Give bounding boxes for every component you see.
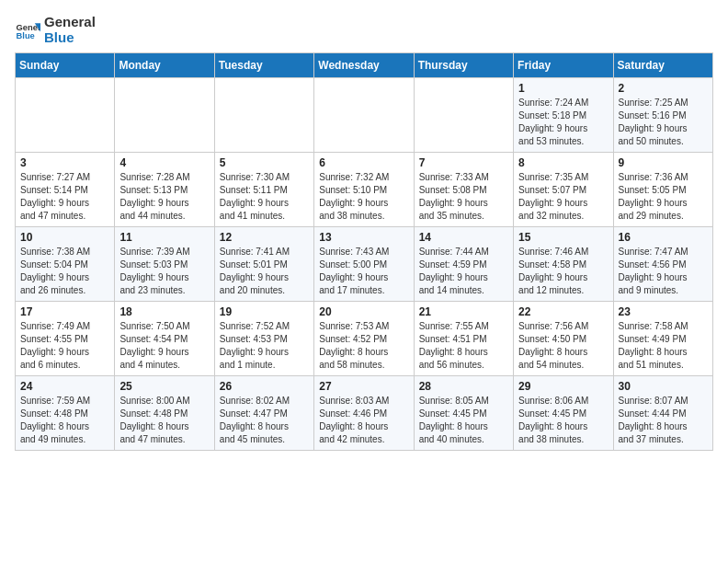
day-number: 7: [419, 156, 508, 169]
calendar-cell: [16, 78, 115, 153]
calendar-cell: 24Sunrise: 7:59 AM Sunset: 4:48 PM Dayli…: [16, 376, 115, 451]
logo: General Blue General Blue: [15, 15, 96, 45]
calendar-cell: 22Sunrise: 7:56 AM Sunset: 4:50 PM Dayli…: [514, 302, 613, 376]
calendar-cell: 9Sunrise: 7:36 AM Sunset: 5:05 PM Daylig…: [613, 153, 712, 227]
day-number: 12: [220, 231, 309, 244]
calendar-cell: 5Sunrise: 7:30 AM Sunset: 5:11 PM Daylig…: [214, 153, 313, 227]
calendar-cell: [314, 78, 414, 153]
calendar-cell: 12Sunrise: 7:41 AM Sunset: 5:01 PM Dayli…: [214, 227, 313, 302]
calendar-cell: 18Sunrise: 7:50 AM Sunset: 4:54 PM Dayli…: [115, 302, 214, 376]
day-number: 26: [220, 380, 309, 393]
day-info: Sunrise: 8:05 AM Sunset: 4:45 PM Dayligh…: [419, 395, 508, 446]
day-info: Sunrise: 7:49 AM Sunset: 4:55 PM Dayligh…: [20, 320, 109, 372]
day-info: Sunrise: 7:25 AM Sunset: 5:16 PM Dayligh…: [619, 97, 708, 148]
day-info: Sunrise: 7:32 AM Sunset: 5:10 PM Dayligh…: [319, 171, 408, 223]
day-info: Sunrise: 7:59 AM Sunset: 4:48 PM Dayligh…: [20, 395, 109, 446]
day-number: 1: [518, 82, 608, 95]
day-number: 28: [419, 380, 508, 393]
calendar-week-row: 17Sunrise: 7:49 AM Sunset: 4:55 PM Dayli…: [16, 302, 713, 376]
calendar-cell: 25Sunrise: 8:00 AM Sunset: 4:48 PM Dayli…: [115, 376, 214, 451]
day-info: Sunrise: 7:35 AM Sunset: 5:07 PM Dayligh…: [518, 171, 608, 223]
day-info: Sunrise: 7:56 AM Sunset: 4:50 PM Dayligh…: [518, 320, 608, 372]
day-number: 2: [619, 82, 708, 95]
calendar-cell: 19Sunrise: 7:52 AM Sunset: 4:53 PM Dayli…: [214, 302, 313, 376]
day-number: 15: [518, 231, 608, 244]
day-info: Sunrise: 7:39 AM Sunset: 5:03 PM Dayligh…: [119, 246, 209, 297]
day-number: 20: [319, 305, 408, 318]
day-info: Sunrise: 7:44 AM Sunset: 4:59 PM Dayligh…: [419, 246, 508, 297]
day-number: 23: [619, 305, 708, 318]
day-number: 14: [419, 231, 508, 244]
calendar-cell: 3Sunrise: 7:27 AM Sunset: 5:14 PM Daylig…: [16, 153, 115, 227]
calendar-cell: 1Sunrise: 7:24 AM Sunset: 5:18 PM Daylig…: [514, 78, 613, 153]
day-number: 13: [319, 231, 408, 244]
day-info: Sunrise: 7:43 AM Sunset: 5:00 PM Dayligh…: [319, 246, 408, 297]
day-of-week-header: Wednesday: [314, 53, 414, 78]
calendar-cell: 10Sunrise: 7:38 AM Sunset: 5:04 PM Dayli…: [16, 227, 115, 302]
day-info: Sunrise: 8:00 AM Sunset: 4:48 PM Dayligh…: [119, 395, 209, 446]
calendar-week-row: 24Sunrise: 7:59 AM Sunset: 4:48 PM Dayli…: [16, 376, 713, 451]
calendar-cell: 8Sunrise: 7:35 AM Sunset: 5:07 PM Daylig…: [514, 153, 613, 227]
day-number: 30: [619, 380, 708, 393]
day-info: Sunrise: 8:02 AM Sunset: 4:47 PM Dayligh…: [220, 395, 309, 446]
day-info: Sunrise: 7:47 AM Sunset: 4:56 PM Dayligh…: [619, 246, 708, 297]
calendar-header-row: SundayMondayTuesdayWednesdayThursdayFrid…: [16, 53, 713, 78]
svg-text:Blue: Blue: [17, 31, 35, 40]
logo-icon: General Blue: [15, 17, 40, 43]
calendar-cell: 29Sunrise: 8:06 AM Sunset: 4:45 PM Dayli…: [514, 376, 613, 451]
day-number: 6: [319, 156, 408, 169]
calendar-cell: 4Sunrise: 7:28 AM Sunset: 5:13 PM Daylig…: [115, 153, 214, 227]
day-info: Sunrise: 7:27 AM Sunset: 5:14 PM Dayligh…: [20, 171, 109, 223]
calendar-cell: 30Sunrise: 8:07 AM Sunset: 4:44 PM Dayli…: [613, 376, 712, 451]
calendar-cell: 28Sunrise: 8:05 AM Sunset: 4:45 PM Dayli…: [414, 376, 513, 451]
calendar-cell: [414, 78, 513, 153]
calendar-cell: 7Sunrise: 7:33 AM Sunset: 5:08 PM Daylig…: [414, 153, 513, 227]
day-of-week-header: Saturday: [613, 53, 712, 78]
calendar-cell: 14Sunrise: 7:44 AM Sunset: 4:59 PM Dayli…: [414, 227, 513, 302]
day-info: Sunrise: 7:41 AM Sunset: 5:01 PM Dayligh…: [220, 246, 309, 297]
calendar-week-row: 1Sunrise: 7:24 AM Sunset: 5:18 PM Daylig…: [16, 78, 713, 153]
calendar-cell: 6Sunrise: 7:32 AM Sunset: 5:10 PM Daylig…: [314, 153, 414, 227]
day-info: Sunrise: 7:33 AM Sunset: 5:08 PM Dayligh…: [419, 171, 508, 223]
day-number: 18: [119, 305, 209, 318]
day-number: 16: [619, 231, 708, 244]
day-info: Sunrise: 8:03 AM Sunset: 4:46 PM Dayligh…: [319, 395, 408, 446]
day-info: Sunrise: 7:58 AM Sunset: 4:49 PM Dayligh…: [619, 320, 708, 372]
day-of-week-header: Monday: [115, 53, 214, 78]
day-of-week-header: Friday: [514, 53, 613, 78]
day-number: 19: [220, 305, 309, 318]
calendar-cell: 20Sunrise: 7:53 AM Sunset: 4:52 PM Dayli…: [314, 302, 414, 376]
day-number: 9: [619, 156, 708, 169]
calendar-cell: 16Sunrise: 7:47 AM Sunset: 4:56 PM Dayli…: [613, 227, 712, 302]
calendar-cell: 26Sunrise: 8:02 AM Sunset: 4:47 PM Dayli…: [214, 376, 313, 451]
calendar-cell: 13Sunrise: 7:43 AM Sunset: 5:00 PM Dayli…: [314, 227, 414, 302]
calendar-cell: [214, 78, 313, 153]
day-number: 25: [119, 380, 209, 393]
calendar-week-row: 3Sunrise: 7:27 AM Sunset: 5:14 PM Daylig…: [16, 153, 713, 227]
page-header: General Blue General Blue: [15, 15, 713, 45]
day-info: Sunrise: 7:52 AM Sunset: 4:53 PM Dayligh…: [220, 320, 309, 372]
day-number: 17: [20, 305, 109, 318]
day-number: 10: [20, 231, 109, 244]
calendar-cell: 2Sunrise: 7:25 AM Sunset: 5:16 PM Daylig…: [613, 78, 712, 153]
day-info: Sunrise: 7:30 AM Sunset: 5:11 PM Dayligh…: [220, 171, 309, 223]
day-number: 27: [319, 380, 408, 393]
day-of-week-header: Tuesday: [214, 53, 313, 78]
day-number: 22: [518, 305, 608, 318]
calendar: SundayMondayTuesdayWednesdayThursdayFrid…: [15, 52, 713, 451]
calendar-cell: 21Sunrise: 7:55 AM Sunset: 4:51 PM Dayli…: [414, 302, 513, 376]
day-of-week-header: Thursday: [414, 53, 513, 78]
logo-general: General: [44, 15, 96, 30]
day-info: Sunrise: 7:38 AM Sunset: 5:04 PM Dayligh…: [20, 246, 109, 297]
day-info: Sunrise: 7:28 AM Sunset: 5:13 PM Dayligh…: [119, 171, 209, 223]
calendar-cell: [115, 78, 214, 153]
day-number: 5: [220, 156, 309, 169]
calendar-cell: 15Sunrise: 7:46 AM Sunset: 4:58 PM Dayli…: [514, 227, 613, 302]
day-info: Sunrise: 8:06 AM Sunset: 4:45 PM Dayligh…: [518, 395, 608, 446]
day-info: Sunrise: 7:50 AM Sunset: 4:54 PM Dayligh…: [119, 320, 209, 372]
day-info: Sunrise: 7:53 AM Sunset: 4:52 PM Dayligh…: [319, 320, 408, 372]
calendar-cell: 11Sunrise: 7:39 AM Sunset: 5:03 PM Dayli…: [115, 227, 214, 302]
day-info: Sunrise: 7:36 AM Sunset: 5:05 PM Dayligh…: [619, 171, 708, 223]
calendar-cell: 17Sunrise: 7:49 AM Sunset: 4:55 PM Dayli…: [16, 302, 115, 376]
calendar-cell: 27Sunrise: 8:03 AM Sunset: 4:46 PM Dayli…: [314, 376, 414, 451]
